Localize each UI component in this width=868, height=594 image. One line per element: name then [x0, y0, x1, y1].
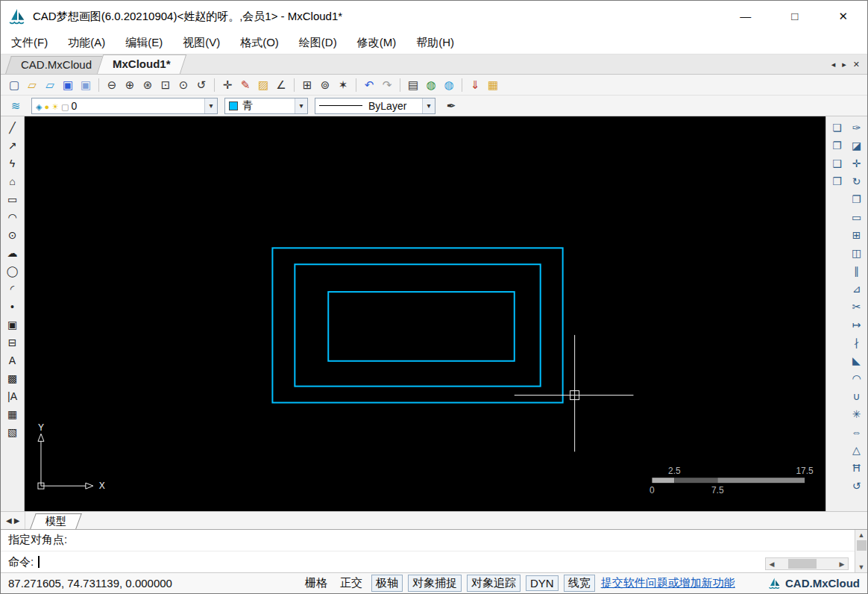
explode-icon[interactable]: ✳ — [848, 406, 866, 422]
open-cloud-file-icon[interactable]: ▱ — [42, 77, 58, 93]
paste-block-icon[interactable]: ❒ — [828, 173, 846, 190]
array-icon[interactable]: ⊞ — [848, 227, 866, 243]
scroll-up-icon[interactable]: ▲ — [858, 531, 865, 539]
point-icon[interactable]: • — [4, 298, 22, 315]
chevron-down-icon[interactable]: ▾ — [295, 99, 307, 113]
command-vertical-scrollbar[interactable]: ▲ ▼ — [855, 530, 867, 572]
extend-icon[interactable]: ↦ — [848, 316, 866, 333]
multiline-edit-icon[interactable]: Ħ — [848, 460, 866, 476]
horizontal-scroll-thumb[interactable] — [788, 559, 817, 569]
ellipse-arc-icon[interactable]: ◜ — [4, 281, 22, 297]
redline-markup-icon[interactable]: ✎ — [237, 77, 254, 93]
command-horizontal-scrollbar[interactable]: ◀ ▶ — [765, 557, 849, 570]
match-properties-icon[interactable]: ✒ — [443, 98, 459, 114]
feedback-link[interactable]: 提交软件问题或增加新功能 — [601, 576, 735, 590]
layer-manager-icon[interactable]: ≋ — [7, 98, 24, 114]
toggle-osnap[interactable]: 对象捕捉 — [408, 575, 462, 592]
menu-draw[interactable]: 绘图(D) — [299, 36, 337, 50]
toggle-grid[interactable]: 栅格 — [301, 575, 331, 591]
scroll-left-icon[interactable]: ◀ — [766, 560, 778, 568]
toggle-ortho[interactable]: 正交 — [336, 575, 366, 591]
cut-clip-icon[interactable]: ❏ — [828, 119, 846, 136]
color-select[interactable]: 青 ▾ — [224, 98, 308, 114]
copy-clip-icon[interactable]: ❐ — [828, 137, 846, 154]
rectangle-icon[interactable]: ▭ — [4, 191, 22, 207]
polygon-icon[interactable]: ⌂ — [4, 173, 22, 190]
model-tab[interactable]: 模型 — [31, 513, 83, 529]
find-icon[interactable]: ⊚ — [317, 77, 333, 93]
single-line-text-icon[interactable]: |A — [4, 388, 22, 404]
export-image-icon[interactable]: ▦ — [485, 77, 501, 93]
toggle-otrack[interactable]: 对象追踪 — [467, 575, 521, 592]
mirror-icon[interactable]: ◫ — [848, 245, 866, 261]
zoom-out-icon[interactable]: ⊖ — [104, 77, 120, 93]
fillet-icon[interactable]: ◠ — [848, 370, 866, 387]
polyline-edit-icon[interactable]: △ — [848, 442, 866, 458]
insert-block-icon[interactable]: ⊟ — [4, 334, 22, 351]
block-icon[interactable]: ▣ — [4, 316, 22, 333]
paste-clip-icon[interactable]: ❑ — [828, 155, 846, 172]
measure-icon[interactable]: ∠ — [273, 77, 289, 93]
hatch-tool-icon[interactable]: ▨ — [255, 77, 271, 93]
menu-function[interactable]: 功能(A) — [68, 36, 105, 50]
chevron-down-icon[interactable]: ▾ — [422, 99, 435, 113]
zoom-dynamic-icon[interactable]: ⊙ — [175, 77, 192, 93]
region-icon[interactable]: ▧ — [4, 424, 22, 440]
chevron-down-icon[interactable]: ▾ — [204, 99, 217, 113]
revision-cloud-icon[interactable]: ☁ — [4, 245, 22, 261]
maximize-button[interactable]: □ — [791, 10, 798, 23]
line-icon[interactable]: ╱ — [4, 119, 22, 136]
stretch-icon[interactable]: ▭ — [848, 209, 866, 225]
rect-middle[interactable] — [295, 264, 540, 386]
document-tab-active[interactable]: MxCloud1* — [97, 54, 186, 74]
layer-select[interactable]: ◈●☀▢ 0 ▾ — [31, 98, 218, 114]
zoom-window-icon[interactable]: ⊡ — [157, 77, 174, 93]
copy-icon[interactable]: ❐ — [848, 191, 866, 207]
menu-view[interactable]: 视图(V) — [183, 36, 220, 50]
tab-close-icon[interactable]: ✕ — [853, 60, 860, 69]
circle-icon[interactable]: ⊙ — [4, 227, 22, 243]
new-file-icon[interactable]: ▢ — [6, 77, 22, 93]
save-icon[interactable]: ▣ — [60, 77, 76, 93]
hatch-icon[interactable]: ▩ — [4, 370, 22, 387]
model-tab-next-icon[interactable]: ▶ — [14, 516, 20, 525]
match-properties-icon[interactable]: ✑ — [848, 119, 866, 136]
mtext-icon[interactable]: A — [4, 352, 22, 369]
menu-modify[interactable]: 修改(M) — [357, 36, 397, 50]
move-icon[interactable]: ✛ — [848, 155, 866, 172]
toggle-lineweight[interactable]: 线宽 — [564, 575, 595, 592]
select-window-icon[interactable]: ⊞ — [299, 77, 315, 93]
redo-icon[interactable]: ↷ — [379, 77, 395, 93]
toggle-polar[interactable]: 极轴 — [371, 575, 403, 592]
web-home-icon[interactable]: ◍ — [423, 77, 439, 93]
erase-icon[interactable]: ◪ — [848, 137, 866, 154]
linetype-select[interactable]: ByLayer ▾ — [315, 98, 435, 114]
rect-inner[interactable] — [328, 292, 515, 361]
document-tab[interactable]: CAD.MxCloud — [5, 56, 107, 74]
menu-file[interactable]: 文件(F) — [11, 36, 48, 50]
ellipse-icon[interactable]: ◯ — [4, 263, 22, 279]
tab-scroll-right-icon[interactable]: ▸ — [842, 60, 846, 69]
minimize-button[interactable]: — — [740, 10, 751, 23]
save-as-icon[interactable]: ▣ — [78, 77, 94, 93]
chamfer-icon[interactable]: ◣ — [848, 352, 866, 369]
export-pdf-icon[interactable]: ⇓ — [467, 77, 483, 93]
open-file-icon[interactable]: ▱ — [24, 77, 40, 93]
construction-line-icon[interactable]: ↗ — [4, 137, 22, 154]
undo-icon[interactable]: ↶ — [361, 77, 377, 93]
undo-mark-icon[interactable]: ↺ — [848, 478, 866, 494]
rect-outer[interactable] — [272, 248, 562, 402]
toggle-dyn[interactable]: DYN — [526, 575, 559, 591]
web-cloud-icon[interactable]: ◍ — [441, 77, 457, 93]
table-icon[interactable]: ▦ — [4, 406, 22, 422]
scroll-down-icon[interactable]: ▼ — [858, 563, 865, 571]
scale-icon[interactable]: ⊿ — [848, 281, 866, 297]
tab-scroll-left-icon[interactable]: ◂ — [831, 60, 836, 69]
arc-icon[interactable]: ◠ — [4, 209, 22, 225]
rotate-icon[interactable]: ↻ — [848, 173, 866, 190]
drawing-canvas[interactable]: YX02.57.517.5 — [25, 116, 825, 511]
zoom-extents-icon[interactable]: ⊛ — [139, 77, 156, 93]
zoom-previous-icon[interactable]: ↺ — [193, 77, 210, 93]
polyline-icon[interactable]: ϟ — [4, 155, 22, 172]
join-icon[interactable]: ∪ — [848, 388, 866, 404]
